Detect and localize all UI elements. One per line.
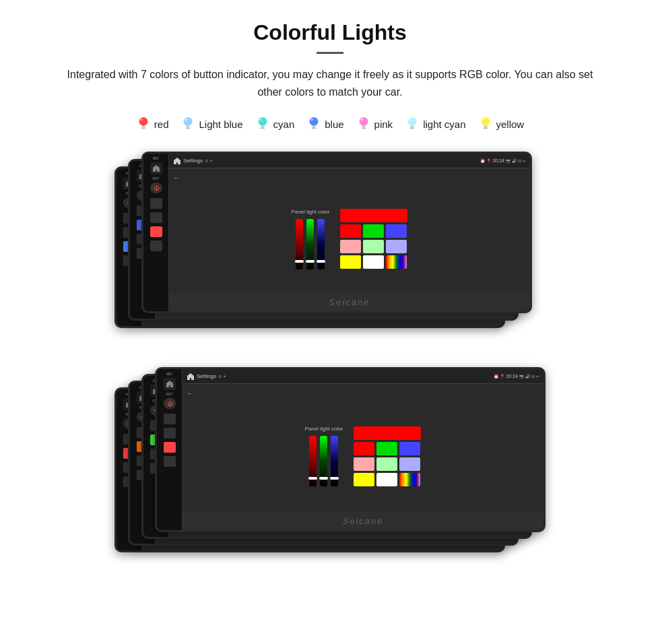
bot-watermark: Seicane — [183, 512, 543, 530]
color-item-pink: pink — [356, 115, 393, 133]
svg-point-24 — [409, 119, 412, 121]
topbar-right: ⏰ 📍 20:24 📷 🔊 ⊟ ↩ — [480, 158, 526, 163]
bot-cr3-r — [354, 457, 374, 471]
bot-topbar-4: Settings ⚙ ✦ ⏰ 📍 20:24 📷 🔊 ⊟ ↩ — [183, 369, 543, 384]
device-frame-3: MIC RST ⏻ — [141, 152, 532, 313]
bot-sb-16[interactable] — [164, 456, 176, 467]
svg-point-4 — [140, 119, 143, 121]
bot-loc-icon: 📍 — [500, 374, 504, 379]
volume-icon: 🔊 — [512, 158, 517, 163]
device-sidebar-3: MIC RST ⏻ — [143, 154, 169, 311]
bot-cam-icon: 📷 — [519, 374, 524, 379]
svg-point-9 — [258, 117, 267, 126]
svg-rect-19 — [361, 128, 365, 129]
color-cell-rainbow — [386, 255, 407, 269]
rst-label-3: RST — [153, 176, 160, 181]
watermark-3: Seicane — [169, 293, 530, 311]
color-label-pink: pink — [374, 119, 393, 130]
bulb-icon-lightblue — [180, 115, 195, 133]
camera-icon: 📷 — [506, 158, 510, 163]
bot-vol-icon: 🔊 — [525, 374, 530, 379]
bot-home-icon-4 — [166, 380, 174, 388]
bot-topbar-right: ⏰ 📍 20:24 📷 🔊 ⊟ ↩ — [494, 374, 539, 379]
svg-point-20 — [360, 119, 363, 121]
svg-point-16 — [311, 119, 314, 121]
panel-light-label: Panel light color — [292, 209, 330, 215]
bot-color-row2 — [354, 442, 421, 455]
home-btn-3[interactable] — [150, 162, 162, 174]
bar-indicator-blue — [317, 260, 325, 263]
bot-color-row4 — [354, 473, 421, 486]
color-cell-r — [340, 224, 361, 238]
back-icon: ↩ — [523, 158, 526, 163]
bot-power-4[interactable]: ⏻ — [164, 398, 176, 409]
bar-indicator-green — [306, 260, 315, 263]
mic-label-3: MIC — [153, 156, 159, 160]
bot-topbar-icons: ⚙ ✦ — [218, 374, 226, 379]
device-topbar-3: Settings ⚙ ✦ ⏰ 📍 20:24 📷 🔊 ⊟ ↩ — [169, 154, 530, 168]
color-cell-g — [363, 224, 384, 238]
bot-sb-14[interactable] — [164, 428, 176, 439]
svg-rect-14 — [312, 126, 316, 128]
bot-sb-15[interactable] — [164, 442, 176, 453]
window-icon: ⊟ — [518, 158, 521, 163]
back-arrow[interactable]: ← — [173, 174, 180, 181]
svg-point-8 — [185, 119, 188, 121]
bot-cr2-r — [354, 442, 374, 455]
color-item-blue: blue — [306, 115, 343, 133]
topbar-home-icon-3 — [173, 157, 181, 165]
bot-ind-red — [308, 477, 317, 480]
color-label-lightblue: Light blue — [199, 119, 242, 130]
color-item-lightblue: Light blue — [180, 115, 242, 133]
bot-back-icon: ↩ — [536, 374, 539, 379]
bot-cr4-y — [354, 473, 374, 486]
bot-bar-red — [309, 436, 317, 486]
color-item-yellow: yellow — [478, 115, 525, 133]
bottom-device-section: MIC RST ⏻ — [27, 367, 633, 569]
color-cell-lg — [363, 240, 384, 253]
svg-rect-3 — [141, 128, 145, 129]
topbar-time: 20:24 — [492, 158, 504, 163]
bot-sb-13[interactable] — [164, 414, 176, 424]
bot-cr4-w — [376, 473, 397, 486]
bulb-icon-blue — [306, 115, 321, 133]
svg-rect-22 — [410, 126, 414, 128]
svg-rect-2 — [141, 126, 145, 128]
color-label-cyan: cyan — [273, 119, 295, 130]
bot-home-4[interactable] — [164, 378, 176, 390]
color-item-red: red — [136, 115, 169, 133]
svg-rect-15 — [312, 128, 316, 129]
bottom-device-stack: MIC RST ⏻ — [114, 367, 546, 569]
sidebar-btn-10[interactable] — [150, 212, 162, 223]
bot-cr2-b — [399, 442, 420, 455]
bot-cr2-g — [376, 442, 397, 455]
sidebar-btn-12[interactable] — [150, 240, 162, 251]
bot-back-arrow[interactable]: ← — [187, 389, 193, 397]
top-device-stack: MIC RST ⏻ — [114, 152, 546, 347]
settings-content: Panel light color — [169, 185, 530, 293]
bulb-icon-pink — [356, 115, 371, 133]
svg-rect-6 — [187, 126, 191, 128]
sidebar-btn-11[interactable] — [150, 226, 162, 237]
description: Integrated with 7 colors of button indic… — [54, 66, 606, 100]
svg-point-21 — [408, 117, 417, 126]
bot-cr3-b — [399, 457, 420, 471]
color-label-yellow: yellow — [496, 119, 525, 130]
bot-rst-4: RST — [166, 392, 173, 396]
sidebar-btn-9[interactable] — [150, 198, 162, 209]
svg-rect-23 — [410, 128, 414, 129]
bot-panel-light-label: Panel light color — [305, 426, 343, 432]
color-label-red: red — [154, 119, 169, 130]
device-screen-3: MIC RST ⏻ — [143, 154, 530, 311]
svg-point-0 — [139, 117, 147, 126]
bulb-icon-cyan — [255, 115, 270, 133]
bulb-icon-yellow — [478, 115, 493, 133]
bot-cr3-g — [376, 457, 397, 471]
svg-rect-11 — [260, 128, 264, 129]
alarm-icon: ⏰ — [480, 158, 485, 163]
power-btn-3[interactable]: ⏻ — [150, 183, 162, 193]
bot-panel-light-section: Panel light color — [305, 426, 343, 486]
svg-point-25 — [481, 117, 490, 126]
bot-device-screen-4: MIC RST ⏻ — [157, 369, 543, 530]
bot-win-icon: ⊟ — [531, 374, 535, 379]
